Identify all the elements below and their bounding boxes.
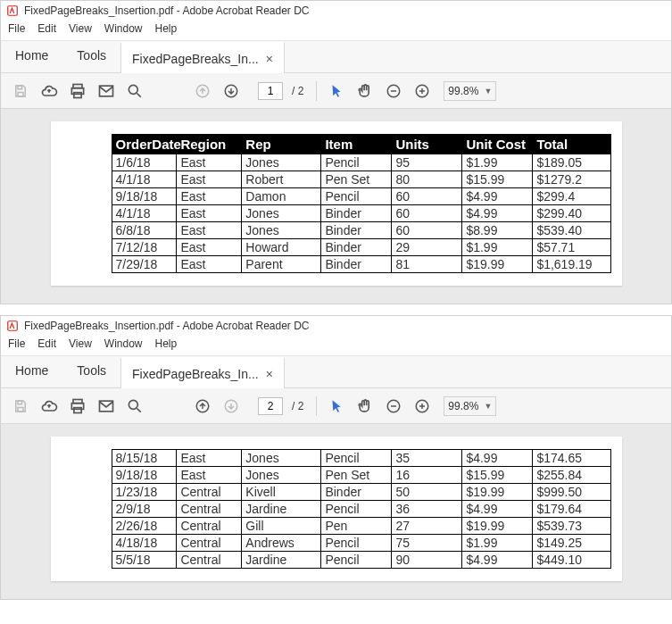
table-cell: Gill [242,518,321,535]
zoom-value: 99.8% [448,85,478,97]
tabbar: Home Tools FixedPageBreaks_In... × [1,356,671,388]
table-cell: $1.99 [462,154,533,171]
tab-home[interactable]: Home [1,356,62,387]
menu-item[interactable]: File [8,22,25,35]
table-cell: $174.65 [533,450,610,467]
cloud-icon[interactable] [37,394,62,419]
menu-item[interactable]: View [69,337,92,350]
zoom-in-icon[interactable] [410,394,435,419]
print-icon[interactable] [65,394,90,419]
table-cell: Pencil [321,501,392,518]
svg-rect-13 [18,401,22,404]
search-icon[interactable] [122,79,147,104]
menu-item[interactable]: Help [155,337,178,350]
table-cell: Damon [242,188,321,205]
table-cell: $1.99 [462,535,533,552]
data-table: OrderDateRegionRepItemUnitsUnit CostTota… [112,134,611,273]
menu-item[interactable]: Edit [37,22,56,35]
hand-icon[interactable] [353,79,377,104]
tab-home[interactable]: Home [1,41,62,72]
close-icon[interactable]: × [266,368,273,380]
table-cell: Pencil [321,154,392,171]
pdf-page: OrderDateRegionRepItemUnitsUnit CostTota… [51,121,622,286]
tab-document[interactable]: FixedPageBreaks_In... × [120,42,285,73]
table-cell: 4/1/18 [112,205,177,222]
page-area[interactable]: OrderDateRegionRepItemUnitsUnit CostTota… [1,109,671,304]
print-icon[interactable] [65,79,90,104]
cursor-icon[interactable] [324,79,349,104]
toolbar: / 2 99.8% ▼ [1,388,671,424]
table-cell: $4.99 [462,552,533,569]
table-cell: $19.99 [462,484,533,501]
table-row: 2/26/18CentralGillPen27$19.99$539.73 [112,518,610,535]
table-cell: $4.99 [462,205,533,222]
table-cell: Central [177,552,242,569]
save-icon[interactable] [8,79,33,104]
table-cell: 1/23/18 [112,484,177,501]
table-cell: East [177,239,242,256]
zoom-dropdown[interactable]: 99.8% ▼ [444,81,496,101]
tab-tools[interactable]: Tools [62,41,120,72]
menu-item[interactable]: File [8,337,25,350]
zoom-in-icon[interactable] [410,79,435,104]
table-cell: 29 [392,239,462,256]
table-cell: 5/5/18 [112,552,177,569]
cursor-icon[interactable] [324,394,349,419]
page-area[interactable]: 8/15/18EastJonesPencil35$4.99$174.659/18… [1,424,671,599]
separator [316,396,317,416]
table-cell: East [177,256,242,273]
acrobat-window: FixedPageBreaks_Insertion.pdf - Adobe Ac… [0,0,672,304]
page-down-icon [219,394,244,419]
zoom-out-icon[interactable] [381,394,406,419]
page-up-icon [190,79,215,104]
svg-point-7 [129,85,137,94]
menu-item[interactable]: Help [155,22,178,35]
tab-tools[interactable]: Tools [62,356,120,387]
table-cell: 60 [392,205,462,222]
column-header: Rep [242,135,321,154]
table-cell: 60 [392,188,462,205]
table-cell: $57.71 [533,239,610,256]
table-cell: 75 [392,535,462,552]
table-cell: $4.99 [462,450,533,467]
table-cell: $1,619.19 [533,256,610,273]
table-cell: Pencil [321,450,392,467]
menu-item[interactable]: View [69,22,92,35]
page-down-icon[interactable] [219,79,244,104]
close-icon[interactable]: × [266,53,273,65]
hand-icon[interactable] [353,394,377,419]
column-header: Total [533,135,610,154]
table-cell: $149.25 [533,535,610,552]
zoom-out-icon[interactable] [381,79,406,104]
acrobat-icon [6,320,19,332]
mail-icon[interactable] [94,79,119,104]
table-row: 1/23/18CentralKivellBinder50$19.99$999.5… [112,484,610,501]
acrobat-window: FixedPageBreaks_Insertion.pdf - Adobe Ac… [0,315,672,600]
column-header: Region [177,135,242,154]
table-cell: 80 [392,171,462,188]
column-header: OrderDate [112,135,177,154]
cloud-icon[interactable] [37,79,62,104]
table-cell: Central [177,501,242,518]
table-cell: $449.10 [533,552,610,569]
table-cell: Central [177,518,242,535]
table-row: 9/18/18EastDamonPencil60$4.99$299.4 [112,188,610,205]
search-icon[interactable] [122,394,147,419]
mail-icon[interactable] [94,394,119,419]
zoom-dropdown[interactable]: 99.8% ▼ [444,396,496,416]
tab-document[interactable]: FixedPageBreaks_In... × [120,357,285,388]
save-icon[interactable] [8,394,33,419]
current-page-input[interactable] [258,397,283,415]
page-up-icon[interactable] [190,394,215,419]
menu-item[interactable]: Edit [37,337,56,350]
table-cell: Jones [242,222,321,239]
svg-rect-2 [18,92,23,96]
menu-item[interactable]: Window [104,337,143,350]
tab-document-label: FixedPageBreaks_In... [132,52,259,66]
table-cell: $299.4 [533,188,610,205]
table-row: 1/6/18EastJonesPencil95$1.99$189.05 [112,154,610,171]
current-page-input[interactable] [258,82,283,100]
table-cell: Pencil [321,188,392,205]
menu-item[interactable]: Window [104,22,143,35]
table-cell: Howard [242,239,321,256]
